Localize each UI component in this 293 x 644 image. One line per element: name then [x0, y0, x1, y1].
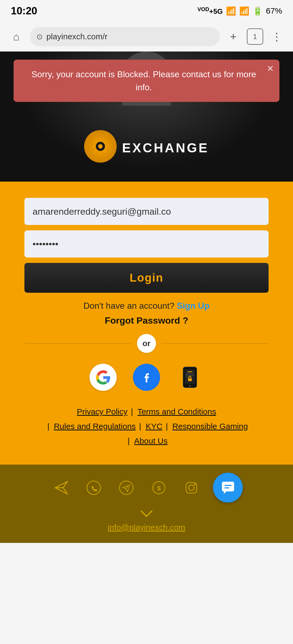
kyc-link[interactable]: KYC — [146, 422, 163, 431]
svg-rect-30 — [224, 487, 229, 488]
privacy-policy-link[interactable]: Privacy Policy — [77, 407, 128, 416]
svg-line-6 — [94, 140, 96, 142]
browser-home-button[interactable]: ⌂ — [8, 28, 24, 45]
svg-rect-18 — [188, 378, 192, 381]
svg-point-1 — [98, 144, 103, 149]
svg-line-7 — [104, 150, 106, 152]
network-icon: VOD+5G — [198, 6, 223, 16]
add-tab-button[interactable]: + — [225, 28, 241, 45]
google-login-button[interactable] — [90, 364, 117, 391]
svg-point-26 — [194, 484, 196, 485]
browser-url-bar[interactable]: ⊙ playinexch.com/r — [30, 27, 220, 46]
footer-social-row: S — [11, 473, 282, 503]
svg-line-9 — [94, 150, 96, 152]
tab-count: 1 — [253, 33, 257, 41]
svg-rect-27 — [222, 482, 234, 491]
email-input[interactable] — [24, 198, 269, 225]
rules-regulations-link[interactable]: Rules and Regulations — [54, 422, 136, 431]
skype-icon-button[interactable]: S — [148, 477, 170, 498]
signup-prompt: Don't have an account? Sign Up — [84, 301, 210, 311]
telegram-icon-button[interactable] — [115, 477, 137, 498]
instagram-icon-button[interactable] — [180, 477, 202, 498]
profile-icon: ⊙ — [36, 32, 43, 41]
scroll-down-indicator — [140, 508, 153, 520]
signup-link[interactable]: Sign Up — [177, 301, 210, 311]
social-icons-row — [90, 364, 203, 391]
svg-line-8 — [104, 140, 106, 142]
svg-rect-14 — [187, 371, 192, 372]
facebook-login-button[interactable] — [133, 364, 160, 391]
or-circle: or — [137, 334, 156, 353]
svg-rect-15 — [186, 373, 194, 374]
more-options-button[interactable]: ⋮ — [269, 28, 285, 45]
separator-2: | — [47, 422, 52, 431]
footer-links: Privacy Policy | Terms and Conditions | … — [45, 404, 248, 448]
terms-conditions-link[interactable]: Terms and Conditions — [138, 407, 216, 416]
svg-text:S: S — [157, 485, 161, 491]
svg-point-21 — [119, 481, 133, 494]
home-icon: ⌂ — [13, 31, 20, 43]
svg-point-13 — [189, 385, 191, 387]
or-divider: or — [24, 334, 269, 353]
live-chat-button[interactable] — [213, 473, 243, 503]
dark-footer: S — [0, 465, 293, 543]
svg-marker-28 — [224, 491, 227, 494]
browser-bar: ⌂ ⊙ playinexch.com/r + 1 ⋮ — [0, 22, 293, 51]
svg-rect-29 — [224, 485, 232, 486]
svg-rect-16 — [186, 375, 194, 376]
battery-percent: 67% — [266, 6, 282, 15]
alert-message: Sorry, your account is Blocked. Please c… — [24, 68, 263, 94]
browser-url-text: playinexch.com/r — [46, 32, 107, 41]
alert-banner: ✕ Sorry, your account is Blocked. Please… — [14, 60, 279, 102]
login-button[interactable]: Login — [24, 263, 269, 293]
status-icons: VOD+5G 📶 📶 🔋 67% — [198, 6, 282, 16]
signal-icon-2: 📶 — [239, 6, 249, 16]
separator-3: | — [139, 422, 144, 431]
tab-count-button[interactable]: 1 — [247, 28, 263, 45]
alert-close-button[interactable]: ✕ — [267, 63, 274, 74]
password-input[interactable] — [24, 230, 269, 257]
responsible-gaming-link[interactable]: Responsible Gaming — [172, 422, 248, 431]
or-line-right — [161, 343, 269, 344]
svg-line-22 — [126, 486, 128, 489]
plus-icon: + — [230, 31, 236, 43]
about-us-link[interactable]: About Us — [134, 436, 167, 445]
hero-section: ✕ Sorry, your account is Blocked. Please… — [0, 51, 293, 182]
hero-logo-emblem — [84, 130, 117, 163]
separator-5: | — [128, 436, 132, 445]
whatsapp-icon-button[interactable] — [83, 477, 104, 498]
hero-logo-text: EXCHANGE — [122, 140, 209, 155]
send-icon-button[interactable] — [50, 477, 72, 498]
mobile-login-button[interactable] — [176, 364, 203, 391]
signal-icon: 📶 — [226, 6, 236, 16]
footer-email-link[interactable]: info@playinexch.com — [108, 523, 185, 537]
status-time: 10:20 — [11, 5, 37, 17]
forgot-password-link[interactable]: Forgot Password ? — [105, 315, 188, 326]
separator-4: | — [166, 422, 170, 431]
or-line-left — [24, 343, 132, 344]
more-icon: ⋮ — [271, 30, 282, 43]
battery-icon: 🔋 — [253, 6, 263, 16]
svg-point-20 — [87, 481, 100, 494]
separator-1: | — [131, 407, 135, 416]
svg-point-25 — [189, 485, 194, 490]
main-content: ✕ Sorry, your account is Blocked. Please… — [0, 51, 293, 543]
hero-logo-area: EXCHANGE — [84, 130, 209, 165]
status-bar: 10:20 VOD+5G 📶 📶 🔋 67% — [0, 0, 293, 22]
form-section: Login Don't have an account? Sign Up For… — [0, 182, 293, 465]
